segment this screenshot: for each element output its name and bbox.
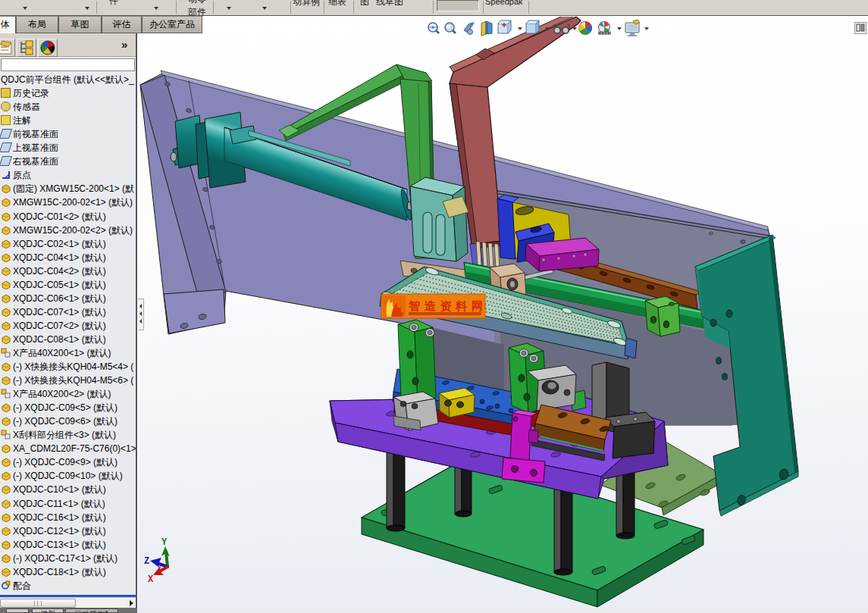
svg-text:Z: Z [144, 556, 149, 567]
svg-text:智造资料网: 智造资料网 [408, 299, 483, 312]
svg-text:X: X [148, 574, 154, 585]
svg-text:Y: Y [161, 537, 168, 548]
